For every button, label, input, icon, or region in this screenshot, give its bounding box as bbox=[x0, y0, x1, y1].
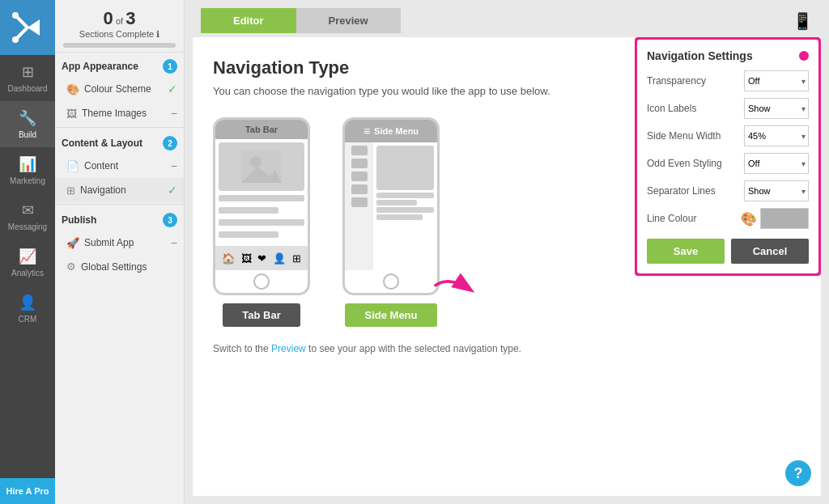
settings-row-icon-labels: Icon Labels ShowHide bbox=[647, 98, 809, 119]
navigation-status-icon: ✓ bbox=[168, 184, 177, 197]
odd-even-select-wrapper: OffOn bbox=[744, 153, 809, 174]
content-area: Navigation Type You can choose the navig… bbox=[193, 37, 821, 496]
hamburger-icon: ≡ bbox=[363, 125, 370, 138]
footer-icon-heart: ❤ bbox=[257, 252, 266, 265]
menu-item-theme-images[interactable]: 🖼 Theme Images − bbox=[55, 101, 184, 125]
side-menu-width-label: Side Menu Width bbox=[647, 130, 721, 142]
app-logo[interactable] bbox=[0, 0, 55, 55]
sidemenu-icon-2 bbox=[351, 159, 368, 168]
preview-link[interactable]: Preview bbox=[271, 343, 306, 354]
divider-2 bbox=[55, 204, 184, 205]
crm-icon: 👤 bbox=[19, 294, 36, 311]
side-menu-select-btn[interactable]: Side Menu bbox=[345, 303, 436, 327]
sidemenu-icon-3 bbox=[351, 172, 368, 181]
tab-bar-body bbox=[215, 139, 308, 246]
menu-item-navigation-label: Navigation bbox=[80, 184, 126, 196]
sidebar-item-label: Messaging bbox=[8, 222, 47, 231]
settings-row-odd-even: Odd Even Styling OffOn bbox=[647, 153, 809, 174]
icon-labels-select[interactable]: ShowHide bbox=[744, 98, 809, 119]
nav-settings-close-btn[interactable] bbox=[799, 51, 809, 61]
sidemenu-icon-1 bbox=[351, 146, 368, 155]
hire-a-pro-button[interactable]: Hire A Pro bbox=[0, 478, 55, 504]
menu-item-global-settings[interactable]: ⚙ Global Settings bbox=[55, 255, 184, 278]
menu-item-navigation[interactable]: ⊞ Navigation ✓ bbox=[55, 178, 184, 202]
tab-preview[interactable]: Preview bbox=[296, 8, 401, 33]
icon-labels-label: Icon Labels bbox=[647, 103, 696, 114]
colour-swatch[interactable] bbox=[760, 208, 809, 229]
side-menu-width-select[interactable]: 45%50%55%60% bbox=[744, 125, 809, 146]
menu-item-theme-images-label: Theme Images bbox=[82, 108, 147, 119]
phone-line-2 bbox=[219, 207, 278, 214]
sidebar: ⊞ Dashboard 🔧 Build 📊 Marketing ✉ Messag… bbox=[0, 0, 55, 504]
sidemenu-line-3 bbox=[376, 207, 434, 213]
sidebar-item-dashboard[interactable]: ⊞ Dashboard bbox=[0, 55, 55, 101]
cancel-button[interactable]: Cancel bbox=[731, 239, 809, 264]
svg-point-1 bbox=[12, 36, 19, 43]
sidebar-item-crm[interactable]: 👤 CRM bbox=[0, 286, 55, 332]
sidebar-item-messaging[interactable]: ✉ Messaging bbox=[0, 193, 55, 239]
submit-app-status-icon: − bbox=[171, 236, 177, 249]
content-status-icon: − bbox=[171, 159, 177, 172]
left-panel: 0 of 3 Sections Complete ℹ App Appearanc… bbox=[55, 0, 185, 504]
sidebar-item-label: Build bbox=[19, 130, 36, 139]
submit-app-icon: 🚀 bbox=[66, 237, 79, 249]
sidemenu-icon-5 bbox=[351, 197, 368, 207]
section-publish-num: 3 bbox=[163, 213, 177, 227]
progress-label: Sections Complete bbox=[79, 29, 154, 39]
tab-bar-select-btn[interactable]: Tab Bar bbox=[223, 303, 300, 327]
tab-bar-phone-mockup: Tab Bar bbox=[213, 117, 310, 295]
menu-item-content[interactable]: 📄 Content − bbox=[55, 154, 184, 178]
phone-line-3 bbox=[219, 219, 304, 226]
sidebar-item-marketing[interactable]: 📊 Marketing bbox=[0, 147, 55, 193]
footer-icon-photo: 🖼 bbox=[241, 252, 252, 265]
colour-preview: 🎨 bbox=[741, 208, 809, 229]
save-button[interactable]: Save bbox=[647, 239, 725, 264]
menu-item-submit-app[interactable]: 🚀 Submit App − bbox=[55, 231, 184, 255]
menu-item-colour-scheme[interactable]: 🎨 Colour Scheme ✓ bbox=[55, 77, 184, 101]
progress-current: 0 bbox=[104, 8, 113, 28]
colour-wheel-icon[interactable]: 🎨 bbox=[741, 211, 757, 227]
sidebar-item-analytics[interactable]: 📈 Analytics bbox=[0, 239, 55, 286]
progress-total: 3 bbox=[125, 8, 135, 28]
nav-settings-panel: Navigation Settings Transparency OffOn I… bbox=[635, 37, 821, 276]
tab-bar-footer: 🏠 🖼 ❤ 👤 ⊞ bbox=[215, 246, 308, 270]
sidebar-item-build[interactable]: 🔧 Build bbox=[0, 101, 55, 147]
theme-images-icon: 🖼 bbox=[66, 108, 77, 120]
menu-item-colour-scheme-label: Colour Scheme bbox=[84, 83, 151, 95]
section-content-layout: Content & Layout 2 bbox=[55, 129, 184, 154]
side-menu-width-select-wrapper: 45%50%55%60% bbox=[744, 125, 809, 146]
phone-line-4 bbox=[219, 231, 278, 238]
footer-icon-person: 👤 bbox=[273, 252, 286, 265]
sidemenu-line-2 bbox=[376, 200, 417, 205]
nav-option-side-menu[interactable]: ≡ Side Menu bbox=[342, 117, 440, 327]
section-publish: Publish 3 bbox=[55, 206, 184, 231]
help-button[interactable]: ? bbox=[784, 459, 813, 488]
menu-item-content-label: Content bbox=[84, 160, 118, 172]
separator-lines-select[interactable]: ShowHide bbox=[744, 180, 809, 201]
main-content: Editor Preview 📱 Navigation Type You can… bbox=[185, 0, 829, 504]
sidemenu-line-1 bbox=[376, 193, 434, 198]
side-menu-right bbox=[373, 142, 437, 270]
tab-bar-image bbox=[219, 142, 304, 191]
tab-editor[interactable]: Editor bbox=[201, 8, 296, 33]
selection-arrow bbox=[427, 268, 484, 304]
section-content-layout-label: Content & Layout bbox=[62, 138, 142, 149]
transparency-select[interactable]: OffOn bbox=[744, 70, 809, 91]
tab-bar-header: Tab Bar bbox=[215, 120, 308, 139]
section-content-layout-num: 2 bbox=[163, 136, 177, 150]
section-app-appearance: App Appearance 1 bbox=[55, 53, 184, 77]
odd-even-select[interactable]: OffOn bbox=[744, 153, 809, 174]
navigation-icon: ⊞ bbox=[66, 184, 75, 197]
device-preview-icon[interactable]: 📱 bbox=[793, 11, 813, 31]
settings-row-side-menu-width: Side Menu Width 45%50%55%60% bbox=[647, 125, 809, 146]
progress-bar bbox=[63, 43, 176, 48]
side-menu-home-btn bbox=[383, 273, 399, 290]
nav-option-tab-bar[interactable]: Tab Bar bbox=[213, 117, 310, 327]
colour-scheme-icon: 🎨 bbox=[66, 83, 79, 95]
progress-section: 0 of 3 Sections Complete ℹ bbox=[55, 0, 184, 53]
top-tabs: Editor Preview 📱 bbox=[185, 0, 829, 33]
separator-lines-label: Separator Lines bbox=[647, 185, 716, 197]
analytics-icon: 📈 bbox=[19, 248, 36, 265]
svg-point-0 bbox=[12, 12, 19, 19]
sidemenu-icon-4 bbox=[351, 184, 368, 194]
